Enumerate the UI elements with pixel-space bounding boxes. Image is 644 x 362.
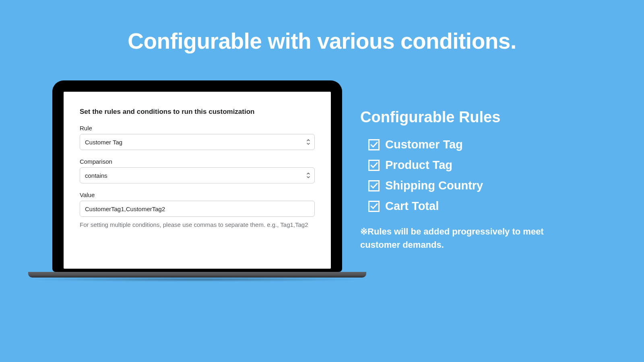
form-section-title: Set the rules and conditions to run this… (80, 108, 315, 116)
value-helper-text: For setting multiple conditions, please … (80, 220, 315, 229)
rule-item-label: Cart Total (385, 200, 439, 213)
checkbox-checked-icon (368, 139, 380, 150)
rule-item: Customer Tag (368, 138, 545, 151)
value-input[interactable] (85, 201, 310, 216)
comparison-select[interactable]: contains (80, 167, 315, 183)
checkbox-checked-icon (368, 160, 380, 171)
rules-note: ※Rules will be added progressively to me… (360, 225, 545, 251)
rule-item-label: Product Tag (385, 158, 452, 172)
rule-item-label: Shipping Country (385, 179, 483, 192)
laptop-frame: Set the rules and conditions to run this… (52, 80, 342, 272)
checkbox-checked-icon (368, 180, 380, 191)
laptop-mockup: Set the rules and conditions to run this… (52, 80, 342, 278)
rule-item: Shipping Country (368, 179, 545, 192)
rules-panel: Configurable Rules Customer Tag Product … (360, 109, 545, 251)
rule-item-label: Customer Tag (385, 138, 463, 151)
rule-item: Product Tag (368, 158, 545, 172)
value-label: Value (80, 191, 315, 198)
rule-label: Rule (80, 125, 315, 132)
comparison-select-value: contains (85, 172, 107, 179)
rule-select[interactable]: Customer Tag (80, 134, 315, 150)
value-input-wrapper (80, 201, 315, 217)
page-headline: Configurable with various conditions. (0, 28, 644, 54)
rule-select-value: Customer Tag (85, 139, 122, 146)
rules-heading: Configurable Rules (360, 109, 545, 126)
checkbox-checked-icon (368, 201, 380, 212)
rule-item: Cart Total (368, 200, 545, 213)
laptop-base (28, 272, 366, 278)
comparison-label: Comparison (80, 158, 315, 165)
app-screen: Set the rules and conditions to run this… (64, 92, 331, 269)
